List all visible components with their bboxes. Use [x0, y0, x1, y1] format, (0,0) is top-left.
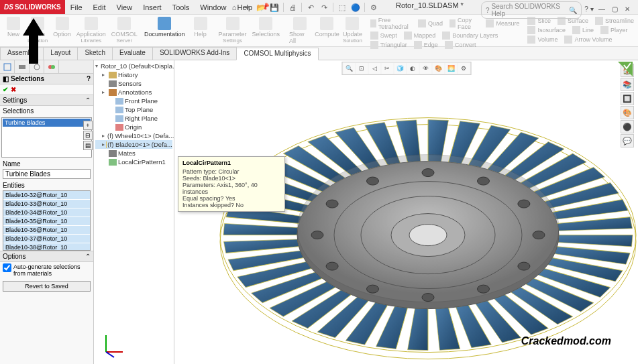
ribbon-volume[interactable]: Volume — [526, 35, 559, 44]
tree-mates[interactable]: Mates — [95, 149, 172, 158]
search-input[interactable]: ? Search SOLIDWORKS Help 🔍 — [481, 1, 582, 19]
ribbon-quad[interactable]: Quad — [417, 16, 444, 31]
ribbon-blayers[interactable]: Boundary Layers — [441, 31, 499, 40]
tree-pattern[interactable]: LocalCirPattern1 — [95, 158, 172, 166]
ribbon-compute[interactable]: Compute — [314, 16, 340, 45]
maximize-button[interactable]: ▢ — [609, 5, 620, 15]
tab-comsol[interactable]: COMSOL Multiphysics — [236, 48, 318, 60]
menu-tools[interactable]: Tools — [167, 1, 195, 13]
tree-root[interactable]: ▾Rotor_10 (Default<Displa... — [95, 62, 172, 70]
qa-open-icon[interactable]: 📂 — [255, 1, 267, 13]
entity-item[interactable]: Blade10-38@Rotor_10 — [3, 243, 90, 251]
ok-button[interactable]: ✔ — [3, 86, 8, 93]
entity-item[interactable]: Blade10-32@Rotor_10 — [3, 191, 90, 200]
menu-insert[interactable]: Insert — [138, 1, 167, 13]
selection-item[interactable]: Turbine Blades — [3, 119, 91, 127]
entity-item[interactable]: Blade10-35@Rotor_10 — [3, 217, 90, 226]
tree-front-plane[interactable]: Front Plane — [95, 97, 172, 105]
tree-blade[interactable]: ▸(f) Blade10<1> (Defa... — [95, 140, 172, 149]
vp-settings-icon[interactable]: ⚙ — [458, 63, 470, 74]
ribbon-freetet[interactable]: Free Tetrahedral — [369, 16, 413, 31]
qa-print-icon[interactable]: 🖨 — [286, 1, 299, 13]
name-input[interactable] — [3, 169, 91, 179]
ribbon-triangular[interactable]: Triangular — [369, 40, 409, 50]
tree-sensors[interactable]: Sensors — [95, 79, 172, 88]
autogen-checkbox[interactable]: Auto-generate selections from materials — [3, 263, 91, 277]
vp-scene-icon[interactable]: 🌅 — [445, 63, 457, 74]
close-button[interactable]: ✕ — [622, 5, 633, 15]
vp-display-icon[interactable]: ◐ — [407, 63, 419, 74]
ribbon-selections[interactable]: Selections — [250, 16, 282, 45]
ribbon-update[interactable]: UpdateSolution — [341, 16, 364, 45]
ribbon-showall[interactable]: Show All — [287, 16, 313, 45]
help-dropdown[interactable]: ? ▾ — [584, 5, 594, 15]
tree-right-plane[interactable]: Right Plane — [95, 114, 172, 123]
entity-item[interactable]: Blade10-37@Rotor_10 — [3, 235, 90, 243]
vp-orient-icon[interactable]: 🧊 — [394, 63, 406, 74]
vp-zoom-icon[interactable]: 🔍 — [343, 63, 355, 74]
cancel-button[interactable]: ✖ — [11, 86, 16, 93]
options-header[interactable]: Options⌃ — [0, 251, 93, 262]
entity-item[interactable]: Blade10-33@Rotor_10 — [3, 200, 90, 208]
move-selection-button[interactable]: ▤ — [83, 141, 93, 150]
tab-sketch[interactable]: Sketch — [77, 47, 113, 60]
qa-rebuild-icon[interactable]: 🔵 — [350, 1, 362, 13]
add-selection-button[interactable]: + — [83, 121, 93, 130]
ribbon-edge[interactable]: Edge — [413, 40, 439, 50]
settings-header[interactable]: Settings⌃ — [0, 95, 93, 106]
tree-origin[interactable]: Origin — [95, 123, 172, 131]
menu-edit[interactable]: Edit — [88, 1, 111, 13]
ribbon-documentation[interactable]: Documentation — [145, 16, 184, 45]
menu-view[interactable]: View — [111, 1, 138, 13]
qa-save-icon[interactable]: 💾 — [268, 1, 280, 13]
vp-prev-icon[interactable]: ◁ — [368, 63, 380, 74]
ribbon-convert[interactable]: Convert — [443, 40, 478, 50]
vp-hide-icon[interactable]: 👁 — [419, 63, 431, 74]
menu-window[interactable]: Window — [195, 1, 231, 13]
ribbon-copyface[interactable]: Copy Face — [448, 16, 480, 31]
qa-undo-icon[interactable]: ↶ — [305, 1, 317, 13]
qa-new-icon[interactable]: ▾ — [242, 1, 254, 13]
selections-list[interactable]: Turbine Blades — [1, 117, 92, 158]
qa-redo-icon[interactable]: ↷ — [318, 1, 330, 13]
tab-evaluate[interactable]: Evaluate — [112, 47, 153, 60]
tree-history[interactable]: ▸History — [95, 70, 172, 79]
entity-item[interactable]: Blade10-36@Rotor_10 — [3, 226, 90, 235]
entities-list[interactable]: Blade10-32@Rotor_10 Blade10-33@Rotor_10 … — [3, 190, 91, 251]
ribbon-swept[interactable]: Swept — [369, 31, 398, 40]
tp-custom-icon[interactable]: ⚫ — [621, 120, 634, 133]
vp-appear-icon[interactable]: 🎨 — [432, 63, 444, 74]
minimize-button[interactable]: — — [596, 5, 607, 15]
tree-wheel[interactable]: ▸(f) Wheel10<1> (Defa... — [95, 131, 172, 140]
remove-selection-button[interactable]: ⊟ — [83, 131, 93, 140]
tp-forum-icon[interactable]: 💬 — [621, 134, 634, 147]
ribbon-server[interactable]: COMSOLServer — [109, 16, 140, 45]
tree-annotations[interactable]: ▸Annotations — [95, 88, 172, 97]
ribbon-help[interactable]: Help — [190, 16, 211, 45]
qa-select-icon[interactable]: ⬚ — [336, 1, 348, 13]
ribbon-line[interactable]: Line — [571, 25, 595, 35]
tab-layout[interactable]: Layout — [43, 47, 78, 60]
ribbon-mapped[interactable]: Mapped — [403, 31, 437, 40]
ribbon-param[interactable]: ParameterSettings — [217, 16, 249, 45]
ribbon-isosurface[interactable]: Isosurface — [526, 25, 567, 35]
entity-item[interactable]: Blade10-34@Rotor_10 — [3, 208, 90, 217]
menu-file[interactable]: File — [65, 1, 88, 13]
tree-top-plane[interactable]: Top Plane — [95, 105, 172, 114]
qa-options-icon[interactable]: ⚙ — [368, 1, 380, 13]
ribbon-applib[interactable]: ApplicationLibraries — [74, 16, 108, 45]
pm-tab-feature[interactable] — [0, 60, 15, 74]
ribbon-player[interactable]: Player — [599, 25, 629, 35]
3d-viewport[interactable]: 🔍 ⊡ ◁ ✂ 🧊 ◐ 👁 🎨 🌅 ⚙ — [174, 60, 638, 364]
help-icon[interactable]: ? — [87, 75, 91, 82]
confirm-corner[interactable] — [618, 62, 633, 76]
tp-resources-icon[interactable]: 📚 — [621, 78, 634, 91]
revert-button[interactable]: Revert to Saved — [3, 281, 91, 292]
vp-fit-icon[interactable]: ⊡ — [356, 63, 368, 74]
tab-addins[interactable]: SOLIDWORKS Add-Ins — [152, 47, 237, 60]
vp-section-icon[interactable]: ✂ — [381, 63, 393, 74]
view-triad[interactable] — [99, 332, 126, 359]
ribbon-arrowvol[interactable]: Arrow Volume — [563, 35, 613, 44]
qa-home-icon[interactable]: ⌂ — [228, 1, 240, 13]
ribbon-option[interactable]: Option — [51, 16, 73, 45]
